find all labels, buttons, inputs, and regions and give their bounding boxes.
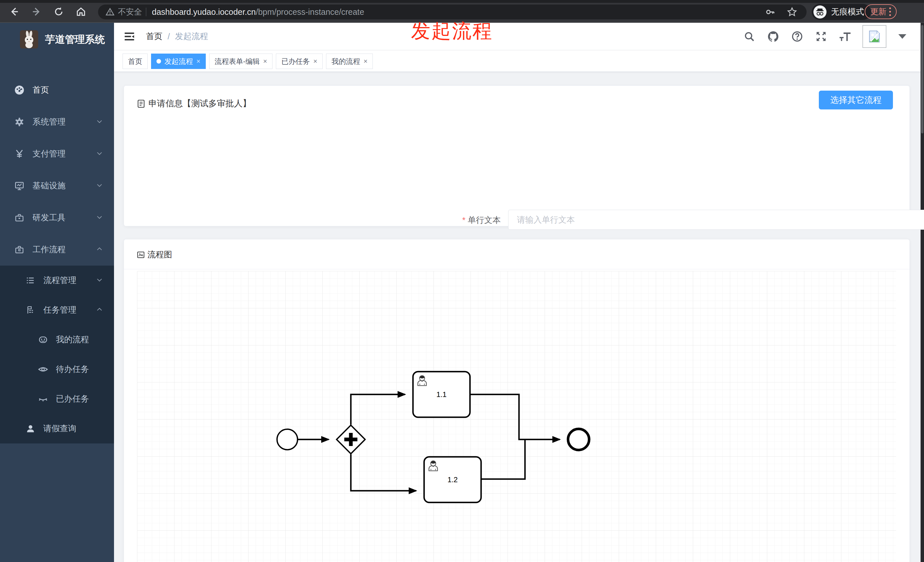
choose-other-process-button[interactable]: 选择其它流程 xyxy=(819,91,893,109)
back-arrow-icon xyxy=(9,6,20,17)
incognito-icon xyxy=(813,5,826,18)
task-label: 1.2 xyxy=(447,475,458,484)
bpmn-user-task-2[interactable]: 1.2 xyxy=(424,457,481,502)
sidebar-item-label: 我的流程 xyxy=(56,334,89,345)
sidebar-item-label: 工作流程 xyxy=(33,244,66,255)
briefcase-icon xyxy=(14,245,25,255)
avatar-dropdown-caret-icon[interactable] xyxy=(898,34,906,39)
search-icon xyxy=(744,31,755,42)
bpmn-canvas[interactable]: 1.1 1.2 xyxy=(137,271,896,562)
sidebar-item-leave-query[interactable]: 请假查询 xyxy=(0,414,114,444)
incognito-badge: 无痕模式 xyxy=(812,4,871,20)
sidebar-item-label: 待办任务 xyxy=(56,364,89,375)
header-font-size-button[interactable] xyxy=(838,30,852,43)
header-fullscreen-button[interactable] xyxy=(814,30,828,43)
url-host: dashboard.yudao.iocoder.cn xyxy=(152,7,256,17)
apply-info-card: 申请信息【测试多审批人】 选择其它流程 *单行文本 *多选框组 选项一 选项二 … xyxy=(124,85,910,226)
dashboard-icon xyxy=(14,85,25,96)
page-scrollbar[interactable] xyxy=(921,23,924,562)
sidebar-item-done-tasks[interactable]: 已办任务 xyxy=(0,384,114,414)
sidebar-item-label: 基础设施 xyxy=(33,180,66,192)
browser-back-button[interactable] xyxy=(8,5,21,18)
tab-start-process[interactable]: 发起流程 × xyxy=(151,54,206,69)
broken-image-icon xyxy=(867,29,882,44)
browser-reload-button[interactable] xyxy=(52,5,65,18)
sidebar-item-label: 流程管理 xyxy=(44,275,76,286)
browser-tabstrip xyxy=(0,0,924,3)
sidebar-menu: 首页 系统管理 支付管理 基础设施 研发工具 xyxy=(0,74,114,444)
password-key-icon[interactable] xyxy=(765,7,775,17)
user-icon xyxy=(25,424,36,433)
sidebar-item-dev-tools[interactable]: 研发工具 xyxy=(0,202,114,234)
page-scrollbar-thumb[interactable] xyxy=(921,25,923,133)
sidebar-item-process-management[interactable]: 流程管理 xyxy=(0,265,114,295)
tab-done-tasks[interactable]: 已办任务 × xyxy=(276,54,322,69)
picture-icon xyxy=(136,250,145,259)
document-icon xyxy=(136,99,146,108)
tags-view-bar: 首页 发起流程 × 流程表单-编辑 × 已办任务 × 我的流程 × xyxy=(114,51,921,72)
bpmn-start-event[interactable] xyxy=(277,429,297,450)
sidebar-item-my-processes[interactable]: 我的流程 xyxy=(0,325,114,355)
breadcrumb-home[interactable]: 首页 xyxy=(146,31,162,42)
incognito-label: 无痕模式 xyxy=(831,6,864,18)
toolbox-icon xyxy=(14,213,25,223)
chevron-down-icon xyxy=(96,150,103,158)
bpmn-parallel-gateway[interactable] xyxy=(337,425,365,454)
header-search-button[interactable] xyxy=(743,30,756,43)
sidebar-item-label: 已办任务 xyxy=(56,393,89,405)
apply-info-header: 申请信息【测试多审批人】 xyxy=(136,98,251,109)
sidebar-item-system[interactable]: 系统管理 xyxy=(0,106,114,138)
tab-close-icon[interactable]: × xyxy=(263,58,267,65)
tab-close-icon[interactable]: × xyxy=(363,58,368,65)
flow-diagram-title: 流程图 xyxy=(147,249,172,261)
home-icon xyxy=(75,6,86,17)
browser-home-button[interactable] xyxy=(75,5,87,18)
face-icon xyxy=(38,335,48,345)
monitor-icon xyxy=(14,181,25,191)
header-github-button[interactable] xyxy=(766,30,780,43)
question-icon xyxy=(791,30,803,42)
user-avatar[interactable] xyxy=(862,25,886,48)
single-line-text-input[interactable] xyxy=(508,210,924,230)
flow-task2-to-join xyxy=(481,439,525,479)
logo-rabbit-avatar xyxy=(20,30,38,48)
sidebar-item-infrastructure[interactable]: 基础设施 xyxy=(0,170,114,202)
task-icon xyxy=(25,306,36,315)
browser-address-bar[interactable]: 不安全 dashboard.yudao.iocoder.cn /bpm/proc… xyxy=(98,4,807,19)
chrome-menu-kebab-icon[interactable] xyxy=(889,7,891,16)
tab-home[interactable]: 首页 xyxy=(123,54,148,69)
sidebar-item-label: 首页 xyxy=(33,84,49,96)
chrome-update-button[interactable]: 更新 xyxy=(865,4,897,19)
sidebar-item-task-management[interactable]: 任务管理 xyxy=(0,295,114,325)
tree-icon xyxy=(25,276,36,285)
sidebar-item-workflow[interactable]: 工作流程 xyxy=(0,234,114,265)
sidebar: 芋道管理系统 首页 系统管理 支付管理 基础设施 xyxy=(0,23,114,562)
sidebar-logo[interactable]: 芋道管理系统 xyxy=(0,23,114,56)
flow-gateway-to-task1 xyxy=(351,394,405,425)
text-field-label: *单行文本 xyxy=(410,214,501,226)
bpmn-user-task-1[interactable]: 1.1 xyxy=(413,372,470,417)
flow-diagram-card: 流程图 xyxy=(124,239,910,562)
reload-icon xyxy=(53,6,64,17)
bpmn-end-event[interactable] xyxy=(568,429,589,450)
sidebar-collapse-button[interactable] xyxy=(123,30,136,43)
forward-arrow-icon xyxy=(31,6,42,17)
github-icon xyxy=(767,30,780,43)
omnibox-divider xyxy=(146,8,146,16)
tab-form-edit[interactable]: 流程表单-编辑 × xyxy=(209,54,273,69)
sidebar-item-payment[interactable]: 支付管理 xyxy=(0,138,114,170)
header-help-button[interactable] xyxy=(790,30,804,43)
bookmark-star-icon[interactable] xyxy=(787,6,798,17)
update-label: 更新 xyxy=(870,6,886,17)
browser-forward-button[interactable] xyxy=(30,5,43,18)
sidebar-item-home[interactable]: 首页 xyxy=(0,74,114,106)
bpmn-diagram: 1.1 1.2 xyxy=(137,271,896,562)
tab-my-processes[interactable]: 我的流程 × xyxy=(326,54,373,69)
tab-close-icon[interactable]: × xyxy=(196,58,200,65)
page-annotation-title: 发起流程 xyxy=(411,18,493,44)
tab-close-icon[interactable]: × xyxy=(313,58,317,65)
sidebar-item-todo-tasks[interactable]: 待办任务 xyxy=(0,355,114,384)
chevron-down-icon xyxy=(96,213,103,222)
flow-task1-to-end xyxy=(470,394,560,439)
chevron-up-icon xyxy=(96,245,103,254)
